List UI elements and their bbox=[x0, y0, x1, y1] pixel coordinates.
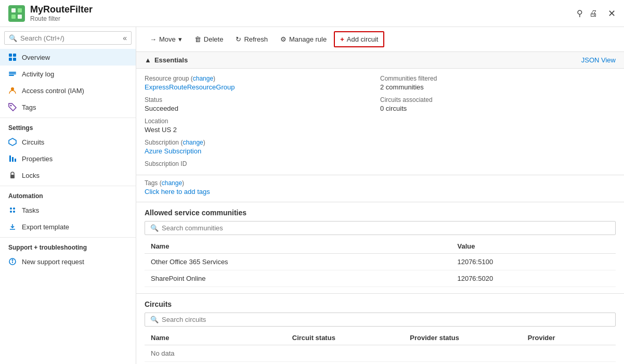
communities-col-value: Value bbox=[451, 239, 616, 254]
svg-rect-18 bbox=[10, 175, 15, 178]
close-button[interactable]: ✕ bbox=[608, 8, 616, 19]
sidebar-label-overview: Overview bbox=[22, 54, 50, 61]
access-icon bbox=[8, 86, 17, 95]
subscription-id-label: Subscription ID bbox=[145, 160, 380, 167]
tags-section: Tags (change) Click here to add tags bbox=[136, 175, 624, 202]
sidebar-label-support: New support request bbox=[22, 258, 84, 266]
search-box[interactable]: 🔍 « bbox=[4, 31, 132, 45]
page-subtitle: Route filter bbox=[30, 15, 577, 22]
main-content: → Move ▾ 🗑 Delete ↻ Refresh ⚙ Manage rul… bbox=[136, 27, 624, 364]
circuits-section: Circuits 🔍 Name Circuit status Provider … bbox=[136, 294, 624, 364]
resource-group-value[interactable]: ExpressRouteResourceGroup bbox=[145, 83, 235, 91]
locks-icon bbox=[8, 171, 17, 179]
resource-group-label: Resource group (change) bbox=[145, 75, 380, 82]
svg-rect-15 bbox=[9, 155, 11, 162]
communities-col-name: Name bbox=[145, 239, 451, 254]
circuits-assoc-value: 0 circuits bbox=[380, 105, 616, 112]
refresh-icon: ↻ bbox=[236, 35, 241, 43]
svg-rect-5 bbox=[9, 54, 12, 57]
circuits-search-bar[interactable]: 🔍 bbox=[145, 313, 616, 327]
pin-button[interactable]: ⚲ bbox=[577, 8, 583, 18]
svg-point-19 bbox=[10, 207, 12, 210]
resource-group-item: Resource group (change) ExpressRouteReso… bbox=[145, 75, 380, 91]
communities-value: 2 communities bbox=[380, 83, 616, 91]
tags-value[interactable]: Click here to add tags bbox=[145, 188, 210, 196]
svg-rect-2 bbox=[18, 8, 22, 12]
sidebar-item-support[interactable]: New support request bbox=[0, 253, 136, 270]
move-chevron-icon: ▾ bbox=[178, 35, 182, 43]
collapse-button[interactable]: « bbox=[123, 34, 127, 42]
properties-icon bbox=[8, 154, 17, 163]
main-layout: 🔍 « Overview Activity log Access control… bbox=[0, 27, 624, 364]
svg-rect-1 bbox=[11, 8, 16, 12]
communities-search-icon: 🔍 bbox=[150, 224, 159, 232]
delete-icon: 🗑 bbox=[194, 35, 201, 43]
sidebar-item-circuits[interactable]: Circuits bbox=[0, 134, 136, 150]
resource-group-change-link[interactable]: change bbox=[193, 75, 213, 82]
refresh-button[interactable]: ↻ Refresh bbox=[230, 32, 273, 46]
circuits-search-input[interactable] bbox=[162, 316, 610, 323]
communities-table: Name Value Other Office 365 Services1207… bbox=[145, 239, 616, 287]
sidebar-item-export[interactable]: Export template bbox=[0, 218, 136, 235]
add-circuit-button[interactable]: + Add circuit bbox=[334, 31, 384, 47]
circuits-icon bbox=[8, 138, 17, 146]
overview-icon bbox=[8, 53, 17, 61]
circuits-col-provider: Provider bbox=[522, 331, 616, 345]
communities-search-bar[interactable]: 🔍 bbox=[145, 221, 616, 235]
sidebar-item-overview[interactable]: Overview bbox=[0, 49, 136, 66]
svg-rect-4 bbox=[18, 15, 22, 19]
svg-rect-3 bbox=[11, 15, 16, 19]
svg-point-22 bbox=[13, 211, 15, 213]
tasks-icon bbox=[8, 206, 17, 214]
community-value: 12076:5020 bbox=[451, 270, 616, 287]
page-header: MyRouteFilter Route filter ⚲ 🖨 ✕ bbox=[0, 0, 624, 27]
svg-point-21 bbox=[10, 211, 12, 213]
sidebar-label-properties: Properties bbox=[22, 155, 53, 163]
svg-rect-8 bbox=[13, 58, 16, 61]
sidebar-item-tasks[interactable]: Tasks bbox=[0, 202, 136, 218]
community-name: Other Office 365 Services bbox=[145, 254, 451, 270]
table-row: SharePoint Online12076:5020 bbox=[145, 270, 616, 287]
header-actions: ⚲ 🖨 ✕ bbox=[577, 8, 616, 19]
svg-rect-11 bbox=[9, 75, 14, 76]
add-circuit-icon: + bbox=[340, 35, 344, 43]
sidebar-item-tags[interactable]: Tags bbox=[0, 99, 136, 115]
search-input[interactable] bbox=[20, 34, 123, 42]
sidebar-item-activity-log[interactable]: Activity log bbox=[0, 66, 136, 82]
essentials-col-left: Resource group (change) ExpressRouteReso… bbox=[145, 75, 380, 168]
json-view-link[interactable]: JSON View bbox=[581, 56, 616, 64]
section-header-settings: Settings bbox=[0, 118, 136, 134]
section-header-support: Support + troubleshooting bbox=[0, 237, 136, 253]
circuits-no-data-row: No data bbox=[145, 345, 616, 362]
move-icon: → bbox=[150, 35, 157, 43]
tags-change-link[interactable]: change bbox=[162, 179, 182, 187]
circuits-col-provider-status: Provider status bbox=[404, 331, 522, 345]
sidebar-label-locks: Locks bbox=[22, 172, 40, 179]
status-item: Status Succeeded bbox=[145, 96, 380, 112]
circuits-col-circuit-status: Circuit status bbox=[286, 331, 404, 345]
sidebar-label-access: Access control (IAM) bbox=[22, 87, 84, 95]
collapse-essentials-icon[interactable]: ▲ bbox=[145, 56, 151, 64]
page-title: MyRouteFilter bbox=[30, 4, 577, 15]
subscription-value[interactable]: Azure Subscription bbox=[145, 147, 201, 155]
communities-item: Communities filtered 2 communities bbox=[380, 75, 616, 91]
delete-button[interactable]: 🗑 Delete bbox=[189, 32, 229, 46]
circuits-assoc-item: Circuits associated 0 circuits bbox=[380, 96, 616, 112]
manage-rule-button[interactable]: ⚙ Manage rule bbox=[275, 32, 332, 46]
subscription-id-item: Subscription ID bbox=[145, 160, 380, 168]
sidebar-item-properties[interactable]: Properties bbox=[0, 150, 136, 167]
sidebar-label-circuits: Circuits bbox=[22, 138, 44, 146]
svg-rect-9 bbox=[9, 72, 16, 73]
sidebar-label-tags: Tags bbox=[22, 103, 36, 111]
communities-search-input[interactable] bbox=[162, 224, 610, 232]
community-name: SharePoint Online bbox=[145, 270, 451, 287]
move-button[interactable]: → Move ▾ bbox=[145, 32, 187, 46]
sidebar-label-activity-log: Activity log bbox=[22, 70, 54, 78]
tags-label: Tags (change) bbox=[145, 179, 616, 187]
sidebar-item-access-control[interactable]: Access control (IAM) bbox=[0, 82, 136, 99]
print-button[interactable]: 🖨 bbox=[589, 9, 597, 18]
sidebar-item-locks[interactable]: Locks bbox=[0, 167, 136, 184]
subscription-change-link[interactable]: change bbox=[183, 139, 203, 146]
communities-section-title: Allowed service communities bbox=[145, 209, 616, 217]
tags-icon bbox=[8, 103, 17, 111]
